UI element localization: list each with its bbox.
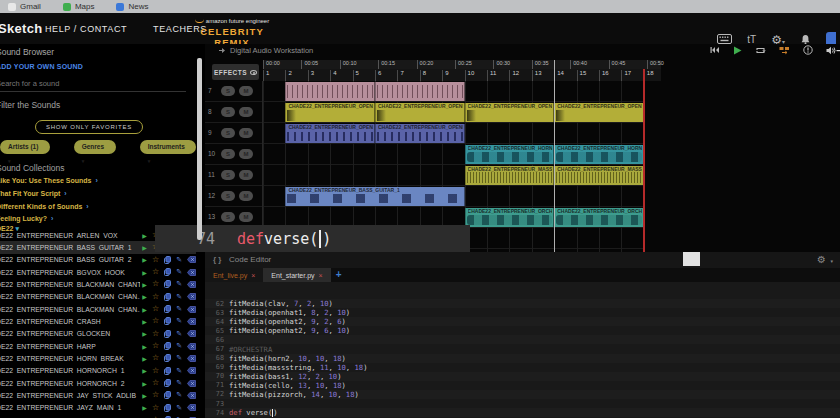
copy-icon[interactable] [164, 256, 171, 264]
close-tab-icon[interactable]: × [319, 272, 323, 279]
copy-icon[interactable] [164, 342, 171, 350]
favorite-star-icon[interactable]: ☆ [152, 368, 159, 374]
play-icon[interactable]: ▶ [142, 281, 147, 288]
sound-list-item[interactable]: DE22_ENTREPRENEUR_HORNORCH_2▶☆✎ [0, 377, 196, 389]
pencil-icon[interactable]: ✎ [176, 256, 182, 264]
play-icon[interactable]: ▶ [142, 380, 147, 387]
rewind-icon[interactable] [710, 46, 720, 54]
daw-clip[interactable]: CHADE22_ENTREPRENEUR_OPENHAT [285, 124, 375, 143]
editor-settings-gear-icon[interactable]: ⚙ [817, 254, 826, 265]
collection-link[interactable]: Different Kinds of Sounds› [0, 203, 98, 216]
code-area[interactable]: 62fitMedia(clav, 7, 2, 10)63fitMedia(ope… [205, 282, 840, 418]
copy-icon[interactable] [164, 354, 171, 362]
play-icon[interactable]: ▶ [142, 355, 147, 362]
code-line[interactable]: 64fitMedia(openhat2, 9, 2, 6) [205, 317, 840, 326]
code-line[interactable]: 68fitMedia(horn2, 10, 10, 18) [205, 354, 840, 363]
sound-list-item[interactable]: DE22_ENTREPRENEUR_JAYZ_MAIN_1▶☆✎ [0, 402, 196, 414]
daw-clip[interactable]: CHADE22_ENTREPRENEUR_HORNORC.. [465, 145, 555, 164]
mute-button[interactable]: M [239, 149, 253, 159]
sound-list-item[interactable]: DE22_ENTREPRENEUR_BGVOX_HOOK▶☆✎ [0, 266, 196, 278]
delete-icon[interactable] [187, 330, 196, 337]
notifications-bell-icon[interactable] [800, 34, 811, 45]
sound-list-item[interactable]: DE22_ENTREPRENEUR_BASS_GUITAR_2▶☆✎ [0, 254, 196, 266]
loop-icon[interactable] [755, 46, 766, 55]
delete-icon[interactable] [187, 380, 196, 387]
copy-icon[interactable] [164, 391, 171, 399]
mute-button[interactable]: M [239, 86, 253, 96]
collection-link[interactable]: Like You: Use These Sounds› [0, 177, 98, 190]
earsketch-logo[interactable]: Sketch [0, 21, 42, 36]
sound-list-item[interactable]: DE22_ENTREPRENEUR_HORN_BREAK▶☆✎ [0, 352, 196, 364]
daw-clip[interactable]: CHADE22_ENTREPRENEUR_MASS_ST.. [465, 166, 555, 185]
play-icon[interactable]: ▶ [142, 293, 147, 300]
copy-icon[interactable] [164, 330, 171, 338]
collection-link[interactable]: That Fit Your Script› [0, 190, 98, 203]
play-icon[interactable]: ▶ [142, 232, 147, 239]
favorite-star-icon[interactable]: ☆ [152, 269, 159, 275]
code-line[interactable]: 71fitMedia(cello, 13, 10, 18) [205, 381, 840, 390]
daw-clip[interactable]: CHADE22_ENTREPRENEUR_OPENHAT [554, 103, 644, 122]
code-line[interactable]: 65fitMedia(openhat2, 9, 6, 10) [205, 326, 840, 335]
daw-clip[interactable]: CHADE22_ENTREPRENEUR_ORCH_CE.. [465, 208, 555, 227]
show-only-favorites-button[interactable]: SHOW ONLY FAVORITES [35, 120, 143, 134]
pencil-icon[interactable]: ✎ [176, 305, 182, 313]
pencil-icon[interactable]: ✎ [176, 268, 182, 276]
timeline-measure-ruler[interactable]: 123456789101112131415161718 [263, 69, 661, 81]
delete-icon[interactable] [187, 293, 196, 300]
solo-button[interactable]: S [221, 212, 235, 222]
bookmark-item[interactable]: Maps [63, 2, 95, 11]
pencil-icon[interactable]: ✎ [176, 391, 182, 399]
volume-icon[interactable] [826, 46, 838, 55]
code-line[interactable]: 67#ORCHESTRA [205, 344, 840, 353]
solo-button[interactable]: S [221, 86, 235, 96]
favorite-star-icon[interactable]: ☆ [152, 405, 159, 411]
favorite-star-icon[interactable]: ☆ [152, 306, 159, 312]
delete-icon[interactable] [187, 269, 196, 276]
daw-clip[interactable] [375, 82, 465, 101]
delete-icon[interactable] [187, 306, 196, 313]
nav-item[interactable]: HELP / CONTACT [45, 24, 127, 34]
editor-tab[interactable]: Ent_live.py × [205, 268, 263, 282]
add-your-own-sound-link[interactable]: ADD YOUR OWN SOUND [0, 63, 83, 70]
pencil-icon[interactable]: ✎ [176, 379, 182, 387]
favorite-star-icon[interactable]: ☆ [152, 392, 159, 398]
mute-button[interactable]: M [239, 191, 253, 201]
sound-list-item[interactable]: DE22_ENTREPRENEUR_CRASH▶☆✎ [0, 315, 196, 327]
effects-toggle[interactable]: EFFECTS [212, 64, 259, 80]
code-line[interactable]: 63fitMedia(openhat1, 8, 2, 10) [205, 308, 840, 317]
play-icon[interactable] [733, 46, 742, 55]
sound-list-item[interactable]: DE22_ENTREPRENEUR_BLACKMAN_CHAN..▶☆✎ [0, 303, 196, 315]
new-tab-button[interactable]: + [331, 268, 347, 282]
delete-icon[interactable] [187, 355, 196, 362]
pencil-icon[interactable]: ✎ [176, 330, 182, 338]
delete-icon[interactable] [187, 367, 196, 374]
daw-clip[interactable]: CHADE22_ENTREPRENEUR_ORCH_CE.. [554, 208, 644, 227]
pencil-icon[interactable]: ✎ [176, 317, 182, 325]
daw-clip[interactable]: CHADE22_ENTREPRENEUR_HORNORC.. [554, 145, 644, 164]
favorite-star-icon[interactable]: ☆ [152, 294, 159, 300]
favorite-star-icon[interactable]: ☆ [152, 257, 159, 263]
daw-clip[interactable] [285, 82, 375, 101]
favorite-star-icon[interactable]: ☆ [152, 355, 159, 361]
daw-clip[interactable]: CHADE22_ENTREPRENEUR_MASS_ST.. [554, 166, 644, 185]
daw-clip[interactable]: CHADE22_ENTREPRENEUR_OPENHAT [465, 103, 555, 122]
metronome-icon[interactable] [803, 45, 813, 55]
code-line[interactable]: 66 [205, 335, 840, 344]
sound-list-item[interactable]: DE22_ENTREPRENEUR_BLACKMAN_CHANT▶☆✎ [0, 278, 196, 290]
play-icon[interactable]: ▶ [142, 318, 147, 325]
sidebar-scrollbar[interactable] [197, 58, 202, 240]
pencil-icon[interactable]: ✎ [176, 404, 182, 412]
delete-icon[interactable] [187, 281, 196, 288]
mute-button[interactable]: M [239, 128, 253, 138]
delete-icon[interactable] [187, 392, 196, 399]
daw-clip[interactable]: CHADE22_ENTREPRENEUR_OPENHAT [375, 124, 465, 143]
playhead-line[interactable] [554, 60, 555, 252]
sound-list-item[interactable]: DE22_ENTREPRENEUR_BLACKMAN_CHAN..▶☆✎ [0, 291, 196, 303]
play-icon[interactable]: ▶ [142, 343, 147, 350]
sound-list-item[interactable]: DE22_ENTREPRENEUR_HORNORCH_1▶☆✎ [0, 365, 196, 377]
mute-button[interactable]: M [239, 107, 253, 117]
play-icon[interactable]: ▶ [142, 269, 147, 276]
solo-button[interactable]: S [221, 191, 235, 201]
play-icon[interactable]: ▶ [142, 306, 147, 313]
pencil-icon[interactable]: ✎ [176, 280, 182, 288]
